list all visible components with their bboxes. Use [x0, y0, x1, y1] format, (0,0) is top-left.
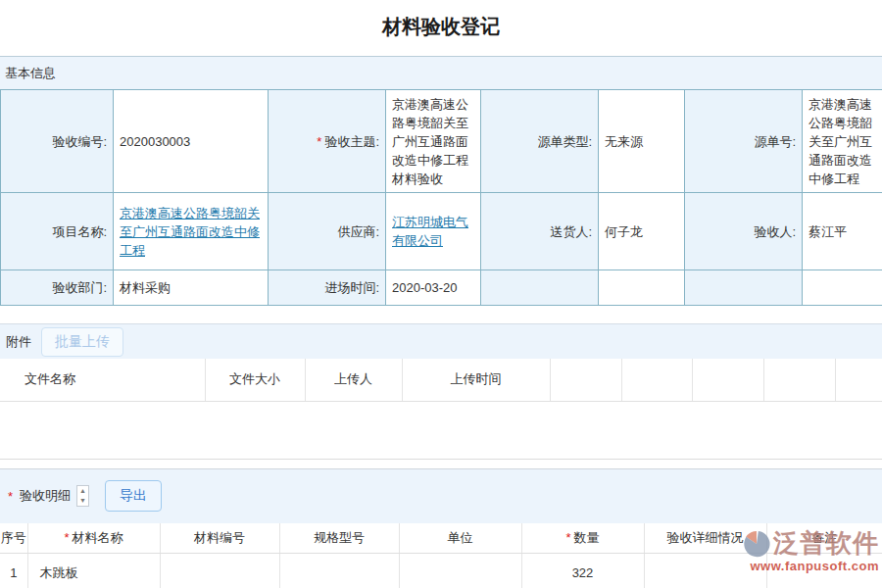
detail-row-spec-model[interactable]: [279, 554, 399, 588]
detail-col-spec-model: 规格型号: [279, 523, 399, 554]
attach-col-file-name: 文件名称: [0, 359, 205, 401]
detail-col-acceptance-detail: 验收详细情况: [644, 523, 766, 554]
acceptor-value: 蔡江平: [803, 193, 882, 270]
source-no-value: 京港澳高速公路粤境韶关至广州互通路面改造中修工程: [803, 90, 882, 193]
deliverer-label: 送货人:: [481, 193, 599, 270]
spacer: [0, 460, 882, 468]
attachments-table: 文件名称 文件大小 上传人 上传时间: [0, 359, 882, 402]
attach-col-empty: [835, 359, 882, 401]
detail-col-unit: 单位: [399, 523, 521, 554]
supplier-label: 供应商:: [269, 193, 386, 270]
acceptance-no-value: 2020030003: [114, 90, 269, 193]
entry-date-value: 2020-03-20: [386, 270, 481, 306]
details-sort-spinner[interactable]: ▲▼: [76, 485, 89, 507]
acceptance-dept-label: 验收部门:: [1, 270, 114, 306]
material-acceptance-page: 材料验收登记 基本信息 验收编号: 2020030003 *验收主题: 京港澳高…: [0, 0, 882, 588]
acceptance-dept-value: 材料采购: [114, 270, 269, 306]
empty-label-cell: [481, 270, 599, 306]
attach-col-uploader: 上传人: [305, 359, 402, 401]
acceptor-label: 验收人:: [685, 193, 803, 270]
empty-value-cell: [599, 270, 685, 306]
attachments-empty-area: [0, 402, 882, 460]
project-name-link[interactable]: 京港澳高速公路粤境韶关至广州互通路面改造中修工程: [120, 206, 260, 258]
required-asterisk: *: [317, 134, 321, 149]
detail-col-material-code: 材料编号: [160, 523, 279, 554]
attach-col-empty: [763, 359, 835, 401]
project-name-label: 项目名称:: [1, 193, 114, 270]
detail-row-quantity[interactable]: 322: [521, 554, 644, 588]
detail-row-remark[interactable]: [766, 554, 882, 588]
detail-row-seq: 1: [0, 554, 27, 588]
basic-info-table: 验收编号: 2020030003 *验收主题: 京港澳高速公路粤境韶关至广州互通…: [0, 89, 882, 306]
source-no-label: 源单号:: [685, 90, 803, 193]
detail-row-material-code[interactable]: [160, 554, 279, 588]
deliverer-value: 何子龙: [599, 193, 685, 270]
acceptance-subject-value: 京港澳高速公路粤境韶关至广州互通路面改造中修工程材料验收: [386, 90, 481, 193]
detail-col-material-name: *材料名称: [27, 523, 160, 554]
export-button[interactable]: 导出: [105, 480, 162, 512]
sort-up-icon[interactable]: ▲: [77, 486, 88, 496]
attach-col-upload-time: 上传时间: [402, 359, 550, 401]
source-type-label: 源单类型:: [481, 90, 599, 193]
basic-info-section-title: 基本信息: [5, 65, 56, 82]
attach-col-empty: [621, 359, 692, 401]
detail-row-unit[interactable]: [399, 554, 521, 588]
details-table: 序号 *材料名称 材料编号 规格型号 单位 *数量 验收详细情况 备注 1 木跳…: [0, 523, 882, 588]
supplier-value: 江苏明城电气有限公司: [386, 193, 481, 270]
required-asterisk: *: [8, 489, 13, 504]
empty-value-cell: [803, 270, 882, 306]
attach-col-empty: [692, 359, 763, 401]
batch-upload-button[interactable]: 批量上传: [41, 327, 123, 357]
attach-col-file-size: 文件大小: [205, 359, 305, 401]
attach-col-empty: [550, 359, 621, 401]
required-asterisk: *: [565, 530, 570, 545]
spacer: [0, 306, 882, 323]
project-name-value: 京港澳高速公路粤境韶关至广州互通路面改造中修工程: [114, 193, 269, 270]
acceptance-subject-label: *验收主题:: [269, 90, 386, 193]
acceptance-no-label: 验收编号:: [1, 90, 114, 193]
empty-label-cell: [685, 270, 803, 306]
detail-col-seq: 序号: [0, 523, 27, 554]
details-section-title: 验收明细: [20, 487, 71, 505]
attachments-section-bar: 附件 批量上传: [0, 323, 882, 359]
details-section-bar: * 验收明细 ▲▼ 导出: [0, 468, 882, 523]
source-type-value: 无来源: [599, 90, 685, 193]
entry-date-label: 进场时间:: [269, 270, 386, 306]
sort-down-icon[interactable]: ▼: [77, 496, 88, 506]
required-asterisk: *: [64, 530, 69, 545]
page-title: 材料验收登记: [0, 0, 882, 56]
table-row: 1 木跳板 322: [0, 554, 882, 588]
detail-row-acceptance-detail[interactable]: [644, 554, 766, 588]
basic-info-section-bar: 基本信息: [0, 56, 882, 89]
supplier-link[interactable]: 江苏明城电气有限公司: [392, 215, 468, 248]
attachments-section-title: 附件: [6, 333, 31, 351]
detail-col-remark: 备注: [766, 523, 882, 554]
detail-row-material-name[interactable]: 木跳板: [27, 554, 160, 588]
detail-col-quantity: *数量: [521, 523, 644, 554]
